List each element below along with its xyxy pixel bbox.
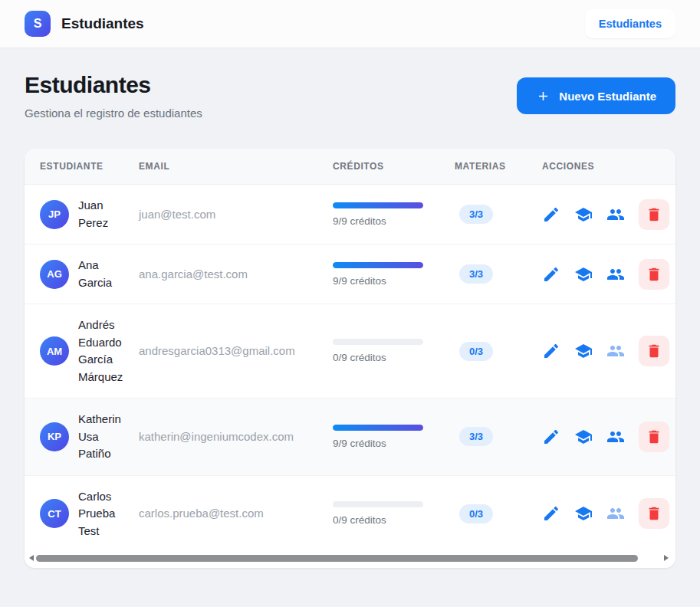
student-name: Carlos Prueba Test (78, 488, 133, 540)
student-cell: JP Juan Perez (25, 197, 139, 231)
student-email: katherin@ingeniumcodex.com (139, 430, 294, 443)
trash-icon (646, 343, 662, 359)
people-icon (606, 205, 625, 224)
new-student-button[interactable]: Nuevo Estudiante (517, 77, 675, 114)
pencil-icon (542, 265, 560, 284)
email-cell: carlos.prueba@test.com (139, 507, 333, 520)
table-row: AG Ana Garcia ana.garcia@test.com 9/9 cr… (25, 244, 675, 304)
subjects-button[interactable] (574, 428, 593, 446)
horizontal-scrollbar[interactable] (25, 552, 675, 568)
student-name: Andrés Eduardo García Márquez (78, 317, 133, 386)
students-table-card: ESTUDIANTE EMAIL CRÉDITOS MATERIAS ACCIO… (25, 149, 675, 568)
top-navbar: S Estudiantes Estudiantes (0, 0, 700, 48)
app-logo-icon: S (25, 11, 51, 37)
subjects-button[interactable] (574, 342, 593, 360)
subjects-badge: 0/3 (459, 504, 493, 523)
actions-cell (536, 422, 669, 452)
table-row: JP Juan Perez juan@test.com 9/9 créditos… (25, 185, 675, 244)
trash-icon (646, 428, 662, 445)
avatar: JP (40, 200, 69, 229)
credits-cell: 9/9 créditos (333, 262, 455, 287)
column-header-actions: ACCIONES (536, 161, 669, 172)
edit-button[interactable] (542, 265, 560, 284)
credits-progress-bar (333, 262, 423, 268)
subjects-cell: 3/3 (455, 205, 536, 224)
page-title: Estudiantes (25, 72, 202, 98)
credits-progress-fill (333, 202, 423, 208)
subjects-button[interactable] (574, 265, 593, 284)
subjects-cell: 3/3 (455, 427, 536, 446)
credits-progress-bar (333, 339, 423, 345)
credits-label: 0/9 créditos (333, 352, 455, 363)
scrollbar-left-arrow-icon[interactable] (29, 555, 34, 561)
people-icon (606, 428, 625, 446)
credits-progress-bar (333, 202, 423, 208)
pencil-icon (542, 504, 560, 523)
graduation-cap-icon (574, 205, 593, 224)
student-email: juan@test.com (139, 208, 215, 221)
nav-estudiantes-button[interactable]: Estudiantes (585, 9, 675, 38)
group-button[interactable] (606, 504, 625, 523)
subjects-button[interactable] (574, 205, 593, 224)
subjects-badge: 3/3 (459, 427, 493, 446)
new-student-button-label: Nuevo Estudiante (559, 90, 656, 103)
page-header: Estudiantes Gestiona el registro de estu… (25, 72, 675, 120)
avatar: KP (40, 422, 69, 451)
group-button[interactable] (606, 342, 625, 360)
delete-button[interactable] (639, 336, 669, 366)
people-icon (606, 342, 625, 360)
credits-progress-bar (333, 425, 423, 431)
credits-label: 9/9 créditos (333, 438, 455, 449)
avatar-initials: AG (47, 268, 62, 280)
student-name: Katherin Usa Patiño (78, 411, 133, 463)
email-cell: andresgarcia0313@gmail.com (139, 344, 333, 358)
edit-button[interactable] (542, 504, 560, 523)
avatar: AM (40, 336, 69, 366)
student-email: carlos.prueba@test.com (139, 507, 264, 520)
column-header-email: EMAIL (139, 161, 333, 172)
delete-button[interactable] (639, 259, 669, 290)
subjects-button[interactable] (574, 504, 593, 523)
delete-button[interactable] (639, 498, 669, 529)
delete-button[interactable] (639, 422, 669, 452)
scrollbar-thumb[interactable] (36, 555, 638, 562)
subjects-badge: 3/3 (459, 264, 493, 284)
page-subtitle: Gestiona el registro de estudiantes (25, 107, 202, 120)
trash-icon (646, 266, 662, 283)
trash-icon (646, 206, 662, 223)
group-button[interactable] (606, 428, 625, 446)
actions-cell (536, 498, 669, 529)
email-cell: juan@test.com (139, 208, 333, 221)
actions-cell (536, 336, 669, 366)
table-row: AM Andrés Eduardo García Márquez andresg… (25, 304, 675, 398)
column-header-subjects: MATERIAS (455, 161, 536, 172)
credits-progress-fill (333, 425, 423, 431)
brand-title: Estudiantes (61, 15, 144, 32)
group-button[interactable] (606, 205, 625, 224)
student-email: andresgarcia0313@gmail.com (139, 344, 295, 357)
actions-cell (536, 259, 669, 290)
scrollbar-right-arrow-icon[interactable] (664, 555, 669, 561)
credits-cell: 9/9 créditos (333, 425, 455, 449)
edit-button[interactable] (542, 342, 560, 360)
delete-button[interactable] (639, 199, 669, 230)
edit-button[interactable] (542, 205, 560, 224)
credits-label: 9/9 créditos (333, 275, 455, 287)
column-header-credits: CRÉDITOS (333, 161, 455, 172)
group-button[interactable] (606, 265, 625, 284)
credits-cell: 9/9 créditos (333, 202, 455, 227)
edit-button[interactable] (542, 428, 560, 446)
graduation-cap-icon (574, 265, 593, 284)
avatar: AG (40, 260, 69, 289)
actions-cell (536, 199, 669, 230)
credits-label: 0/9 créditos (333, 514, 455, 526)
plus-icon (536, 89, 550, 103)
pencil-icon (542, 342, 560, 360)
people-icon (606, 265, 625, 284)
main-content: Estudiantes Gestiona el registro de estu… (0, 48, 700, 568)
student-name: Ana Garcia (78, 257, 133, 291)
avatar-initials: AM (47, 346, 62, 357)
column-header-student: ESTUDIANTE (25, 161, 139, 172)
graduation-cap-icon (574, 504, 593, 523)
credits-label: 9/9 créditos (333, 215, 455, 227)
